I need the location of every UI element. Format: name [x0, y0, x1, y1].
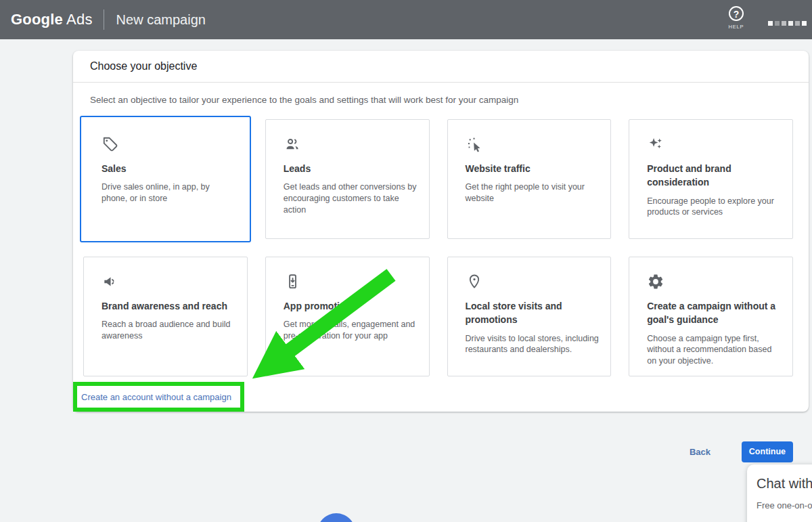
dialog-actions: Back Continue [0, 441, 803, 463]
objective-card-brand-awareness[interactable]: Brand awareness and reach Reach a broad … [83, 257, 248, 376]
help-label: HELP [723, 24, 750, 30]
chat-panel-subtitle: Free one-on-one [757, 500, 812, 510]
card-description: Get the right people to visit your websi… [466, 181, 602, 204]
sparkles-icon [647, 135, 664, 153]
card-description: Reach a broad audience and build awarene… [102, 319, 238, 342]
dialog-divider [73, 82, 809, 83]
objective-card-sales[interactable]: Sales Drive sales online, in app, by pho… [80, 116, 251, 242]
card-title: Product and brand consideration [647, 162, 783, 190]
card-title: Brand awareness and reach [102, 299, 238, 313]
google-ads-logo: Google Ads [11, 11, 93, 28]
continue-button[interactable]: Continue [742, 441, 793, 462]
objective-card-app-promotion[interactable]: App promotion Get more installs, engagem… [265, 257, 430, 376]
map-pin-icon [466, 273, 483, 290]
choose-objective-dialog: Choose your objective Select an objectiv… [73, 51, 809, 412]
chat-expert-panel[interactable]: Chat with an Expert Free one-on-one [747, 464, 812, 522]
dialog-subtitle: Select an objective to tailor your exper… [90, 95, 792, 105]
card-title: App promotion [284, 299, 420, 313]
tag-icon [102, 135, 119, 153]
people-icon [284, 135, 301, 153]
top-app-bar: Google Ads New campaign ? HELP [0, 0, 812, 39]
card-description: Drive visits to local stores, including … [466, 333, 602, 356]
objective-cards-grid: Sales Drive sales online, in app, by pho… [83, 119, 793, 376]
topbar-handle-dots [768, 21, 807, 26]
card-title: Sales [102, 162, 238, 175]
phone-download-icon [284, 273, 301, 290]
cursor-click-icon [466, 135, 483, 153]
card-title: Leads [284, 162, 420, 175]
dialog-header: Choose your objective [73, 51, 809, 82]
objective-card-website-traffic[interactable]: Website traffic Get the right people to … [447, 119, 612, 239]
card-description: Get leads and other conversions by encou… [284, 181, 420, 216]
card-title: Local store visits and promotions [466, 299, 602, 327]
annotation-highlight-box: Create an account without a campaign [73, 382, 244, 412]
megaphone-icon [102, 273, 119, 290]
card-title: Website traffic [466, 162, 602, 175]
card-description: Encourage people to explore your product… [647, 196, 783, 219]
topbar-divider [104, 9, 104, 30]
card-title: Create a campaign without a goal's guida… [647, 299, 783, 327]
back-button[interactable]: Back [684, 441, 716, 462]
help-button[interactable]: ? HELP [723, 6, 750, 30]
page-title: New campaign [116, 12, 206, 28]
card-description: Choose a campaign type first, without a … [647, 333, 783, 368]
chat-bubble-button[interactable] [317, 513, 355, 522]
dialog-title: Choose your objective [90, 60, 197, 72]
gear-icon [647, 273, 664, 290]
objective-card-local-store-visits[interactable]: Local store visits and promotions Drive … [447, 257, 612, 376]
chat-panel-title: Chat with an Expert [757, 475, 812, 492]
objective-card-product-brand-consideration[interactable]: Product and brand consideration Encourag… [629, 119, 793, 239]
objective-card-no-goal-guidance[interactable]: Create a campaign without a goal's guida… [629, 257, 793, 376]
card-description: Get more installs, engagement and pre-re… [284, 319, 420, 342]
help-question-icon: ? [729, 6, 744, 21]
objective-card-leads[interactable]: Leads Get leads and other conversions by… [265, 119, 430, 239]
create-account-without-campaign-link[interactable]: Create an account without a campaign [81, 392, 231, 402]
card-description: Drive sales online, in app, by phone, or… [102, 181, 238, 204]
